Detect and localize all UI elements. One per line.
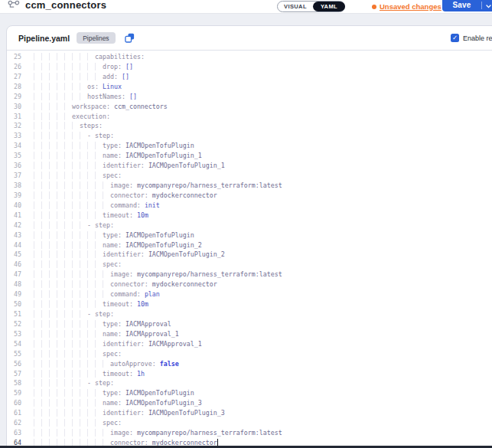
line-number[interactable]: 45 — [7, 250, 21, 260]
yaml-line[interactable]: 32 steps: — [7, 121, 492, 131]
enable-edit-control[interactable]: ✓ Enable read/ — [451, 26, 492, 50]
yaml-line[interactable]: 47 image: mycompanyrepo/harness_terrafor… — [7, 270, 492, 280]
visual-yaml-toggle[interactable]: VISUAL YAML — [277, 1, 345, 12]
yaml-line[interactable]: 57 timeout: 1h — [7, 369, 492, 379]
line-number[interactable]: 51 — [7, 309, 21, 319]
yaml-line[interactable]: 60 name: IACMOpenTofuPlugin_3 — [7, 398, 492, 408]
yaml-line[interactable]: 56 autoApprove: false — [7, 359, 492, 369]
yaml-line[interactable]: 26 drop: [] — [7, 62, 492, 72]
line-number[interactable]: 57 — [7, 369, 21, 379]
yaml-line[interactable]: 33 - step: — [7, 131, 492, 141]
line-number[interactable]: 29 — [7, 92, 21, 102]
line-number[interactable]: 27 — [7, 72, 21, 82]
page-title: ccm_connectors — [25, 0, 106, 11]
yaml-line[interactable]: 28 os: Linux — [7, 82, 492, 92]
save-button[interactable]: Save — [442, 0, 481, 11]
toggle-option-yaml[interactable]: YAML — [313, 2, 345, 11]
copy-yaml-button[interactable] — [125, 33, 135, 43]
line-number[interactable]: 26 — [7, 62, 21, 72]
line-number[interactable]: 62 — [7, 418, 21, 428]
line-number[interactable]: 46 — [7, 260, 21, 270]
yaml-line[interactable]: 46 spec: — [7, 260, 492, 270]
save-options-button[interactable] — [482, 0, 492, 11]
yaml-line[interactable]: 43 type: IACMOpenTofuPlugin — [7, 231, 492, 240]
yaml-line[interactable]: 48 connector: mydockerconnector — [7, 280, 492, 289]
editor-tab-bar: Pipeline.yaml Pipelines ✓ Enable read/ — [7, 26, 492, 51]
yaml-line[interactable]: 39 connector: mydockerconnector — [7, 191, 492, 201]
line-number[interactable]: 56 — [7, 359, 21, 369]
yaml-code-text: capabilities: — [34, 52, 145, 62]
yaml-line[interactable]: 49 command: plan — [7, 289, 492, 299]
line-number[interactable]: 58 — [7, 378, 21, 388]
line-number[interactable]: 30 — [7, 102, 21, 112]
yaml-line[interactable]: 30 workspace: ccm_connectors — [7, 102, 492, 112]
unsaved-changes-link[interactable]: Unsaved changes — [380, 2, 441, 11]
line-number[interactable]: 48 — [7, 280, 21, 289]
line-number[interactable]: 63 — [7, 428, 21, 438]
yaml-line[interactable]: 55 spec: — [7, 349, 492, 359]
line-number[interactable]: 53 — [7, 329, 21, 339]
yaml-line[interactable]: 54 identifier: IACMApproval_1 — [7, 339, 492, 349]
line-number[interactable]: 35 — [7, 151, 21, 161]
yaml-line[interactable]: 29 hostNames: [] — [7, 92, 492, 102]
yaml-code-editor[interactable]: 25 capabilities:26 drop: []27 add: []28 … — [7, 51, 492, 448]
line-number[interactable]: 32 — [7, 121, 21, 131]
save-split-button[interactable]: Save — [442, 0, 492, 11]
yaml-line[interactable]: 27 add: [] — [7, 72, 492, 82]
yaml-code-text: spec: — [34, 171, 122, 181]
yaml-editor-panel: Pipeline.yaml Pipelines ✓ Enable read/ 2… — [6, 25, 492, 448]
yaml-line[interactable]: 25 capabilities: — [7, 52, 492, 62]
yaml-line[interactable]: 38 image: mycompanyrepo/harness_terrafor… — [7, 181, 492, 191]
yaml-code-text: drop: [] — [34, 62, 133, 72]
yaml-line[interactable]: 31 execution: — [7, 112, 492, 122]
line-number[interactable]: 44 — [7, 240, 21, 250]
enable-edit-checkbox[interactable]: ✓ — [451, 34, 459, 42]
yaml-line[interactable]: 36 identifier: IACMOpenTofuPlugin_1 — [7, 161, 492, 171]
yaml-line[interactable]: 37 spec: — [7, 171, 492, 181]
yaml-code-text: os: Linux — [34, 82, 122, 92]
line-number[interactable]: 52 — [7, 319, 21, 329]
yaml-line[interactable]: 61 identifier: IACMOpenTofuPlugin_3 — [7, 408, 492, 418]
line-number[interactable]: 42 — [7, 221, 21, 231]
yaml-line[interactable]: 44 name: IACMOpenTofuPlugin_2 — [7, 240, 492, 250]
yaml-line[interactable]: 52 type: IACMApproval — [7, 319, 492, 329]
yaml-line[interactable]: 59 type: IACMOpenTofuPlugin — [7, 388, 492, 398]
yaml-code-text: identifier: IACMOpenTofuPlugin_3 — [34, 408, 225, 418]
line-number[interactable]: 37 — [7, 171, 21, 181]
yaml-line[interactable]: 45 identifier: IACMOpenTofuPlugin_2 — [7, 250, 492, 260]
line-number[interactable]: 34 — [7, 141, 21, 151]
line-number[interactable]: 61 — [7, 408, 21, 418]
line-number[interactable]: 39 — [7, 191, 21, 201]
line-number[interactable]: 33 — [7, 131, 21, 141]
yaml-line[interactable]: 35 name: IACMOpenTofuPlugin_1 — [7, 151, 492, 161]
yaml-line[interactable]: 34 type: IACMOpenTofuPlugin — [7, 141, 492, 151]
line-number[interactable]: 40 — [7, 201, 21, 211]
line-number[interactable]: 38 — [7, 181, 21, 191]
yaml-line[interactable]: 41 timeout: 10m — [7, 211, 492, 221]
line-number[interactable]: 49 — [7, 289, 21, 299]
toggle-option-visual[interactable]: VISUAL — [278, 3, 313, 10]
yaml-line[interactable]: 62 spec: — [7, 418, 492, 428]
entity-type-badge: Pipelines — [77, 32, 116, 44]
line-number[interactable]: 60 — [7, 398, 21, 408]
yaml-line[interactable]: 58 - step: — [7, 378, 492, 388]
line-number[interactable]: 47 — [7, 270, 21, 280]
unsaved-changes[interactable]: Unsaved changes — [372, 2, 441, 11]
yaml-line[interactable]: 50 timeout: 10m — [7, 299, 492, 309]
line-number[interactable]: 54 — [7, 339, 21, 349]
yaml-line[interactable]: 63 image: mycompanyrepo/harness_terrafor… — [7, 428, 492, 438]
yaml-code-text: type: IACMOpenTofuPlugin — [34, 388, 194, 398]
line-number[interactable]: 43 — [7, 231, 21, 240]
line-number[interactable]: 55 — [7, 349, 21, 359]
line-number[interactable]: 28 — [7, 82, 21, 92]
yaml-line[interactable]: 51 - step: — [7, 309, 492, 319]
yaml-line[interactable]: 42 - step: — [7, 221, 492, 231]
yaml-line[interactable]: 40 command: init — [7, 201, 492, 211]
line-number[interactable]: 50 — [7, 299, 21, 309]
yaml-line[interactable]: 53 name: IACMApproval_1 — [7, 329, 492, 339]
line-number[interactable]: 31 — [7, 112, 21, 122]
line-number[interactable]: 59 — [7, 388, 21, 398]
line-number[interactable]: 25 — [7, 52, 21, 62]
line-number[interactable]: 41 — [7, 211, 21, 221]
line-number[interactable]: 36 — [7, 161, 21, 171]
